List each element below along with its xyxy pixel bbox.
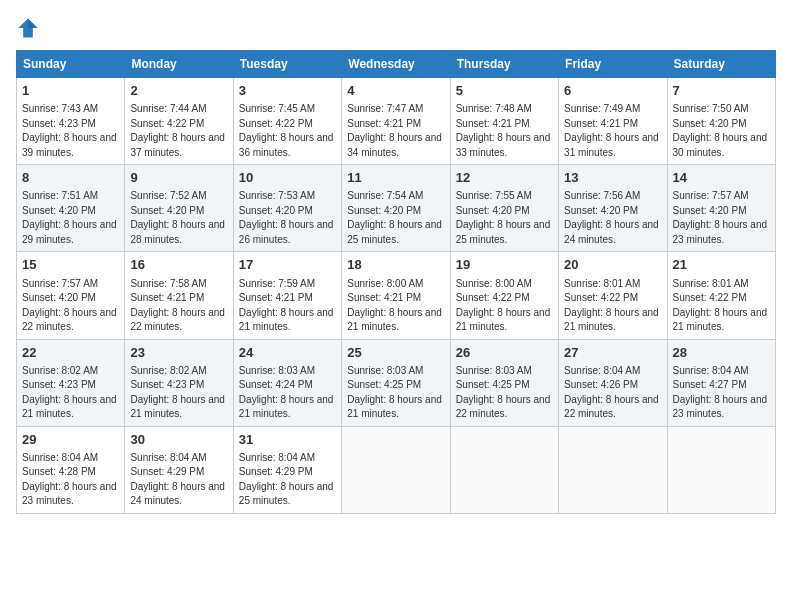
weekday-wednesday: Wednesday <box>342 51 450 78</box>
day-number: 30 <box>130 431 227 449</box>
day-info: Sunrise: 8:00 AMSunset: 4:22 PMDaylight:… <box>456 277 553 335</box>
weekday-header-row: SundayMondayTuesdayWednesdayThursdayFrid… <box>17 51 776 78</box>
day-number: 23 <box>130 344 227 362</box>
day-cell: 10Sunrise: 7:53 AMSunset: 4:20 PMDayligh… <box>233 165 341 252</box>
day-info: Sunrise: 8:02 AMSunset: 4:23 PMDaylight:… <box>130 364 227 422</box>
day-number: 25 <box>347 344 444 362</box>
day-cell <box>559 426 667 513</box>
day-cell: 16Sunrise: 7:58 AMSunset: 4:21 PMDayligh… <box>125 252 233 339</box>
day-number: 9 <box>130 169 227 187</box>
header <box>16 16 776 40</box>
day-info: Sunrise: 7:57 AMSunset: 4:20 PMDaylight:… <box>22 277 119 335</box>
day-cell <box>450 426 558 513</box>
day-number: 5 <box>456 82 553 100</box>
day-info: Sunrise: 7:50 AMSunset: 4:20 PMDaylight:… <box>673 102 770 160</box>
day-number: 3 <box>239 82 336 100</box>
weekday-tuesday: Tuesday <box>233 51 341 78</box>
day-info: Sunrise: 8:03 AMSunset: 4:25 PMDaylight:… <box>456 364 553 422</box>
day-number: 10 <box>239 169 336 187</box>
week-row-1: 1Sunrise: 7:43 AMSunset: 4:23 PMDaylight… <box>17 78 776 165</box>
day-info: Sunrise: 7:48 AMSunset: 4:21 PMDaylight:… <box>456 102 553 160</box>
day-cell: 23Sunrise: 8:02 AMSunset: 4:23 PMDayligh… <box>125 339 233 426</box>
day-cell: 26Sunrise: 8:03 AMSunset: 4:25 PMDayligh… <box>450 339 558 426</box>
day-info: Sunrise: 7:45 AMSunset: 4:22 PMDaylight:… <box>239 102 336 160</box>
day-cell: 19Sunrise: 8:00 AMSunset: 4:22 PMDayligh… <box>450 252 558 339</box>
day-info: Sunrise: 7:53 AMSunset: 4:20 PMDaylight:… <box>239 189 336 247</box>
weekday-friday: Friday <box>559 51 667 78</box>
day-cell: 21Sunrise: 8:01 AMSunset: 4:22 PMDayligh… <box>667 252 775 339</box>
day-info: Sunrise: 8:01 AMSunset: 4:22 PMDaylight:… <box>564 277 661 335</box>
day-cell: 18Sunrise: 8:00 AMSunset: 4:21 PMDayligh… <box>342 252 450 339</box>
day-number: 19 <box>456 256 553 274</box>
day-number: 17 <box>239 256 336 274</box>
day-info: Sunrise: 8:03 AMSunset: 4:25 PMDaylight:… <box>347 364 444 422</box>
day-cell: 22Sunrise: 8:02 AMSunset: 4:23 PMDayligh… <box>17 339 125 426</box>
day-cell: 20Sunrise: 8:01 AMSunset: 4:22 PMDayligh… <box>559 252 667 339</box>
day-info: Sunrise: 7:51 AMSunset: 4:20 PMDaylight:… <box>22 189 119 247</box>
day-info: Sunrise: 8:02 AMSunset: 4:23 PMDaylight:… <box>22 364 119 422</box>
day-number: 11 <box>347 169 444 187</box>
day-number: 4 <box>347 82 444 100</box>
page-container: SundayMondayTuesdayWednesdayThursdayFrid… <box>0 0 792 522</box>
day-info: Sunrise: 7:49 AMSunset: 4:21 PMDaylight:… <box>564 102 661 160</box>
day-cell: 31Sunrise: 8:04 AMSunset: 4:29 PMDayligh… <box>233 426 341 513</box>
day-cell: 28Sunrise: 8:04 AMSunset: 4:27 PMDayligh… <box>667 339 775 426</box>
day-cell: 25Sunrise: 8:03 AMSunset: 4:25 PMDayligh… <box>342 339 450 426</box>
day-number: 8 <box>22 169 119 187</box>
day-number: 27 <box>564 344 661 362</box>
day-number: 20 <box>564 256 661 274</box>
day-info: Sunrise: 8:01 AMSunset: 4:22 PMDaylight:… <box>673 277 770 335</box>
day-cell: 30Sunrise: 8:04 AMSunset: 4:29 PMDayligh… <box>125 426 233 513</box>
day-info: Sunrise: 7:54 AMSunset: 4:20 PMDaylight:… <box>347 189 444 247</box>
day-info: Sunrise: 8:04 AMSunset: 4:27 PMDaylight:… <box>673 364 770 422</box>
day-number: 2 <box>130 82 227 100</box>
weekday-thursday: Thursday <box>450 51 558 78</box>
day-cell: 15Sunrise: 7:57 AMSunset: 4:20 PMDayligh… <box>17 252 125 339</box>
day-info: Sunrise: 7:52 AMSunset: 4:20 PMDaylight:… <box>130 189 227 247</box>
day-info: Sunrise: 8:03 AMSunset: 4:24 PMDaylight:… <box>239 364 336 422</box>
day-number: 29 <box>22 431 119 449</box>
day-cell: 1Sunrise: 7:43 AMSunset: 4:23 PMDaylight… <box>17 78 125 165</box>
day-cell: 9Sunrise: 7:52 AMSunset: 4:20 PMDaylight… <box>125 165 233 252</box>
day-cell: 13Sunrise: 7:56 AMSunset: 4:20 PMDayligh… <box>559 165 667 252</box>
day-cell: 12Sunrise: 7:55 AMSunset: 4:20 PMDayligh… <box>450 165 558 252</box>
day-cell: 17Sunrise: 7:59 AMSunset: 4:21 PMDayligh… <box>233 252 341 339</box>
day-cell <box>342 426 450 513</box>
day-number: 6 <box>564 82 661 100</box>
day-info: Sunrise: 7:56 AMSunset: 4:20 PMDaylight:… <box>564 189 661 247</box>
week-row-3: 15Sunrise: 7:57 AMSunset: 4:20 PMDayligh… <box>17 252 776 339</box>
day-cell: 6Sunrise: 7:49 AMSunset: 4:21 PMDaylight… <box>559 78 667 165</box>
day-number: 28 <box>673 344 770 362</box>
week-row-5: 29Sunrise: 8:04 AMSunset: 4:28 PMDayligh… <box>17 426 776 513</box>
day-number: 24 <box>239 344 336 362</box>
day-info: Sunrise: 7:44 AMSunset: 4:22 PMDaylight:… <box>130 102 227 160</box>
day-info: Sunrise: 7:57 AMSunset: 4:20 PMDaylight:… <box>673 189 770 247</box>
week-row-4: 22Sunrise: 8:02 AMSunset: 4:23 PMDayligh… <box>17 339 776 426</box>
weekday-saturday: Saturday <box>667 51 775 78</box>
day-info: Sunrise: 7:58 AMSunset: 4:21 PMDaylight:… <box>130 277 227 335</box>
week-row-2: 8Sunrise: 7:51 AMSunset: 4:20 PMDaylight… <box>17 165 776 252</box>
day-info: Sunrise: 7:47 AMSunset: 4:21 PMDaylight:… <box>347 102 444 160</box>
day-number: 26 <box>456 344 553 362</box>
logo-icon <box>16 16 40 40</box>
day-number: 13 <box>564 169 661 187</box>
day-info: Sunrise: 8:04 AMSunset: 4:26 PMDaylight:… <box>564 364 661 422</box>
day-cell: 3Sunrise: 7:45 AMSunset: 4:22 PMDaylight… <box>233 78 341 165</box>
day-number: 1 <box>22 82 119 100</box>
day-info: Sunrise: 7:43 AMSunset: 4:23 PMDaylight:… <box>22 102 119 160</box>
day-cell: 11Sunrise: 7:54 AMSunset: 4:20 PMDayligh… <box>342 165 450 252</box>
day-number: 21 <box>673 256 770 274</box>
calendar-table: SundayMondayTuesdayWednesdayThursdayFrid… <box>16 50 776 514</box>
day-cell <box>667 426 775 513</box>
day-info: Sunrise: 8:04 AMSunset: 4:29 PMDaylight:… <box>130 451 227 509</box>
day-number: 16 <box>130 256 227 274</box>
day-cell: 5Sunrise: 7:48 AMSunset: 4:21 PMDaylight… <box>450 78 558 165</box>
day-info: Sunrise: 8:04 AMSunset: 4:29 PMDaylight:… <box>239 451 336 509</box>
day-info: Sunrise: 7:59 AMSunset: 4:21 PMDaylight:… <box>239 277 336 335</box>
day-number: 18 <box>347 256 444 274</box>
day-number: 12 <box>456 169 553 187</box>
day-info: Sunrise: 7:55 AMSunset: 4:20 PMDaylight:… <box>456 189 553 247</box>
day-number: 15 <box>22 256 119 274</box>
day-cell: 7Sunrise: 7:50 AMSunset: 4:20 PMDaylight… <box>667 78 775 165</box>
day-number: 7 <box>673 82 770 100</box>
